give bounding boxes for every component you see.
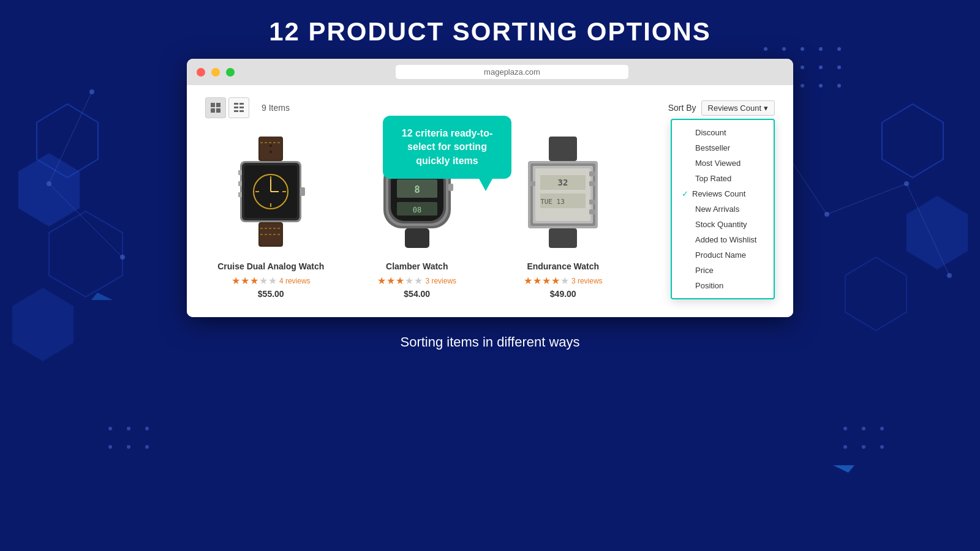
svg-rect-54: [234, 107, 238, 108]
svg-point-14: [801, 66, 804, 69]
svg-point-25: [843, 445, 847, 449]
product-rating-cruise: ★ ★ ★ ★ ★ 4 reviews: [205, 275, 337, 287]
svg-rect-92: [549, 137, 577, 161]
star-1: ★: [524, 275, 532, 287]
product-stars-cruise: ★ ★ ★ ★ ★: [232, 275, 277, 287]
grid-view-button[interactable]: [205, 97, 226, 118]
sort-option-discount[interactable]: Discount: [672, 125, 774, 140]
sort-option-added-to-wishlist[interactable]: Added to Wishlist: [672, 232, 774, 247]
tooltip-text: 12 criteria ready-to-select for sorting …: [402, 128, 493, 166]
svg-text:32: 32: [558, 178, 568, 187]
product-reviews-cruise: 4 reviews: [279, 277, 311, 285]
svg-rect-103: [589, 200, 595, 204]
star-3: ★: [396, 275, 404, 287]
browser-dot-maximize[interactable]: [226, 68, 235, 77]
product-name-endurance: Endurance Watch: [497, 261, 629, 271]
svg-point-16: [837, 66, 841, 69]
toolbar-row: 9 Items Sort By Reviews Count ▾ Discount…: [205, 97, 775, 118]
dropdown-arrow-icon: ▾: [764, 103, 768, 113]
sort-option-label: New Arrivals: [695, 204, 739, 214]
svg-rect-53: [239, 103, 244, 105]
svg-point-61: [270, 151, 272, 153]
sort-option-label: Added to Wishlist: [695, 235, 756, 244]
star-5: ★: [414, 275, 423, 287]
svg-point-23: [862, 427, 865, 430]
svg-rect-91: [405, 228, 429, 248]
list-icon: [233, 102, 244, 113]
sort-option-label: Position: [695, 281, 723, 290]
sort-option-label: Bestseller: [695, 143, 730, 152]
sort-dropdown-button[interactable]: Reviews Count ▾: [701, 100, 775, 116]
svg-point-31: [108, 445, 112, 449]
svg-marker-3: [12, 288, 74, 361]
svg-point-45: [120, 255, 125, 260]
page-title-section: 12 PRODUCT SORTING OPTIONS: [0, 0, 980, 59]
product-image-cruise[interactable]: [205, 130, 337, 253]
sort-option-label: Top Rated: [695, 174, 731, 183]
product-rating-endurance: ★ ★ ★ ★ ★ 3 reviews: [497, 275, 629, 287]
svg-marker-2: [49, 211, 123, 297]
grid-icon: [210, 102, 221, 113]
tooltip-bubble: 12 criteria ready-to-select for sorting …: [383, 116, 511, 179]
sort-option-reviews-count[interactable]: ✓Reviews Count: [672, 186, 774, 201]
product-reviews-clamber: 3 reviews: [425, 277, 456, 285]
product-name-cruise: Cruise Dual Analog Watch: [205, 261, 337, 271]
svg-point-26: [862, 445, 865, 449]
svg-rect-56: [234, 110, 238, 112]
star-2: ★: [241, 275, 249, 287]
svg-point-27: [880, 445, 884, 449]
star-4: ★: [551, 275, 560, 287]
star-5: ★: [268, 275, 277, 287]
sort-dropdown-menu: DiscountBestsellerMost ViewedTop Rated✓R…: [671, 119, 775, 299]
product-reviews-endurance: 3 reviews: [571, 277, 603, 285]
product-stars-clamber: ★ ★ ★ ★ ★: [377, 275, 423, 287]
sort-option-most-viewed[interactable]: Most Viewed: [672, 156, 774, 171]
star-2: ★: [386, 275, 395, 287]
star-4: ★: [405, 275, 413, 287]
browser-window: mageplaza.com: [187, 59, 793, 317]
star-1: ★: [377, 275, 386, 287]
watch-image-cruise: [225, 133, 317, 250]
svg-rect-55: [239, 107, 244, 108]
sort-option-product-name[interactable]: Product Name: [672, 247, 774, 263]
sort-label: Sort By: [668, 103, 696, 113]
product-image-endurance[interactable]: 32 TUE 13: [497, 130, 629, 253]
list-view-button[interactable]: [228, 97, 249, 118]
svg-point-44: [47, 181, 51, 186]
sort-option-label: Stock Quantity: [695, 220, 747, 229]
svg-point-33: [145, 445, 149, 449]
browser-dot-minimize[interactable]: [211, 68, 220, 77]
svg-point-15: [819, 66, 823, 69]
svg-point-40: [947, 273, 952, 278]
svg-marker-46: [833, 458, 854, 473]
sort-area: Sort By Reviews Count ▾ DiscountBestsell…: [668, 100, 775, 116]
bottom-subtitle: Sorting items in different ways: [0, 334, 980, 350]
svg-point-60: [270, 144, 272, 147]
svg-rect-50: [211, 108, 215, 113]
sort-option-bestseller[interactable]: Bestseller: [672, 140, 774, 156]
sort-option-position[interactable]: Position: [672, 278, 774, 293]
svg-line-41: [49, 92, 92, 184]
svg-rect-106: [549, 228, 577, 248]
sort-option-price[interactable]: Price: [672, 263, 774, 278]
product-price-clamber: $54.00: [352, 289, 483, 299]
sort-option-new-arrivals[interactable]: New Arrivals: [672, 201, 774, 217]
sort-option-stock-quantity[interactable]: Stock Quantity: [672, 217, 774, 232]
svg-rect-75: [238, 192, 242, 197]
sort-option-top-rated[interactable]: Top Rated: [672, 171, 774, 186]
svg-marker-0: [37, 104, 98, 178]
product-card-endurance: 32 TUE 13 Enduran: [497, 130, 629, 299]
star-3: ★: [250, 275, 258, 287]
sort-option-label: Most Viewed: [695, 159, 741, 168]
browser-addressbar[interactable]: mageplaza.com: [396, 65, 628, 79]
star-3: ★: [542, 275, 551, 287]
browser-dot-close[interactable]: [197, 68, 205, 77]
sort-option-label: Discount: [695, 128, 726, 137]
star-5: ★: [560, 275, 569, 287]
svg-point-22: [843, 427, 847, 430]
svg-text:08: 08: [413, 206, 421, 214]
sort-option-label: Reviews Count: [692, 189, 745, 198]
sort-option-label: Product Name: [695, 250, 746, 260]
svg-point-19: [801, 84, 804, 88]
browser-content: 9 Items Sort By Reviews Count ▾ Discount…: [187, 85, 793, 317]
